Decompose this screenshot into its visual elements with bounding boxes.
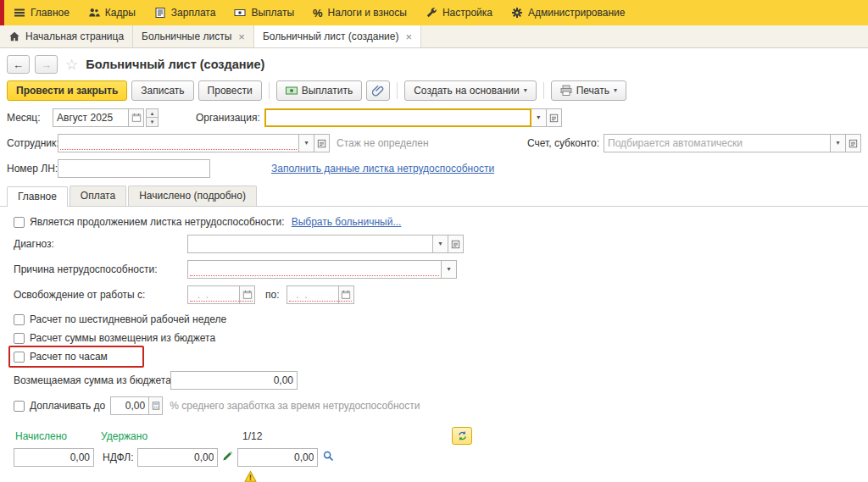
- continuation-label: Является продолжением листка нетрудоспос…: [30, 216, 285, 228]
- release-dates-row: Освобождение от работы с: по:: [7, 285, 861, 304]
- budget-refund-checkbox[interactable]: [14, 333, 25, 344]
- menu-item-label: Зарплата: [171, 7, 216, 19]
- account-open-button[interactable]: [846, 134, 861, 152]
- down-icon: ▾: [151, 119, 154, 125]
- pay-up-to-checkbox[interactable]: [14, 401, 25, 412]
- organization-dropdown-button[interactable]: ▾: [531, 108, 547, 127]
- favorite-star-icon[interactable]: ☆: [65, 56, 78, 74]
- close-icon[interactable]: ×: [238, 30, 245, 43]
- menu-item-label: Налоги и взносы: [328, 7, 407, 19]
- recalculate-button[interactable]: [452, 427, 472, 445]
- diagnosis-dropdown-button[interactable]: ▾: [433, 235, 448, 253]
- tab-sick-create[interactable]: Больничный лист (создание) ×: [254, 25, 421, 47]
- menu-item-payments[interactable]: Выплаты: [225, 0, 303, 25]
- diagnosis-input[interactable]: [187, 235, 433, 253]
- employee-open-button[interactable]: [314, 134, 330, 152]
- refund-amount-input[interactable]: [170, 371, 298, 390]
- ndfl-label: НДФЛ:: [103, 452, 133, 463]
- menu-item-settings[interactable]: Настройка: [416, 0, 502, 25]
- month-label: Месяц:: [7, 112, 53, 124]
- continuation-row: Является продолжением листка нетрудоспос…: [7, 216, 861, 228]
- form-tab-payment[interactable]: Оплата: [70, 186, 126, 206]
- six-day-week-row: Расчет по шестидневной рабочей неделе: [7, 313, 861, 325]
- account-label: Счет, субконто:: [527, 137, 599, 149]
- tab-home[interactable]: Начальная страница: [0, 25, 133, 47]
- incapacity-reason-dropdown-button[interactable]: ▾: [442, 260, 457, 279]
- accrued-input[interactable]: [14, 448, 94, 467]
- employee-dropdown-button[interactable]: ▾: [299, 134, 314, 152]
- back-button[interactable]: ←: [7, 55, 30, 74]
- form-tab-main[interactable]: Главное: [7, 186, 68, 207]
- month-step-up-button[interactable]: ▴: [146, 108, 159, 118]
- month-calendar-button[interactable]: [129, 108, 144, 127]
- tab-home-label: Начальная страница: [25, 30, 124, 42]
- calculator-icon: [152, 402, 160, 410]
- incapacity-reason-input[interactable]: [187, 260, 442, 279]
- pay-button[interactable]: Выплатить: [276, 80, 363, 101]
- dropdown-icon: ▾: [438, 241, 442, 247]
- close-icon[interactable]: ×: [405, 30, 412, 43]
- month-row: Месяц: ▴ ▾ Организация: ▾: [0, 108, 868, 127]
- wrench-icon: [426, 7, 437, 19]
- form-tab-accrued-detail[interactable]: Начислено (подробно): [128, 186, 257, 206]
- continuation-checkbox[interactable]: [14, 217, 25, 228]
- diagnosis-open-button[interactable]: [448, 235, 464, 253]
- paperclip-icon: [372, 85, 384, 97]
- magnifier-icon: [323, 451, 334, 462]
- open-icon: [549, 114, 559, 123]
- sick-number-row: Номер ЛН: Заполнить данные листка нетруд…: [0, 159, 868, 178]
- sick-number-input[interactable]: [58, 159, 210, 178]
- open-icon: [317, 139, 326, 148]
- diagnosis-row: Диагноз: ▾: [7, 235, 861, 253]
- organization-open-button[interactable]: [547, 108, 562, 127]
- fill-data-link[interactable]: Заполнить данные листка нетрудоспособнос…: [271, 163, 494, 175]
- release-to-input[interactable]: [287, 285, 339, 304]
- ledger-icon: [154, 7, 166, 19]
- menu-item-hr[interactable]: Кадры: [79, 0, 145, 25]
- menu-item-administration[interactable]: Администрирование: [502, 0, 634, 25]
- hours-calc-label: Расчет по часам: [30, 351, 108, 363]
- hours-calc-checkbox[interactable]: [14, 352, 25, 363]
- six-day-week-checkbox[interactable]: [14, 314, 25, 325]
- post-label: Провести: [208, 85, 253, 97]
- pencil-icon: [222, 451, 233, 462]
- create-on-basis-button[interactable]: Создать на основании ▾: [404, 80, 537, 101]
- dropdown-icon: ▾: [836, 140, 839, 147]
- totals-labels-row: Начислено Удержано 1/12: [7, 427, 861, 445]
- pay-up-to-input[interactable]: [110, 396, 149, 415]
- menu-item-taxes[interactable]: % Налоги и взносы: [303, 0, 416, 25]
- forward-button[interactable]: →: [35, 55, 58, 74]
- choose-sick-link[interactable]: Выбрать больничный...: [292, 216, 402, 228]
- account-input[interactable]: [604, 134, 831, 152]
- form-tab-label: Начислено (подробно): [139, 190, 246, 202]
- open-icon: [849, 139, 858, 148]
- account-dropdown-button[interactable]: ▾: [831, 134, 846, 152]
- month-input[interactable]: [53, 108, 129, 127]
- tab-sick-list[interactable]: Больничные листы ×: [133, 25, 254, 47]
- write-button[interactable]: Записать: [131, 80, 193, 101]
- menu-item-label: Настройка: [442, 7, 492, 19]
- print-button[interactable]: Печать ▾: [551, 80, 626, 101]
- menu-item-salary[interactable]: Зарплата: [145, 0, 225, 25]
- post-button[interactable]: Провести: [198, 80, 262, 101]
- ndfl-input[interactable]: [137, 448, 218, 467]
- edit-ndfl-button[interactable]: [222, 451, 233, 464]
- warning-icon: [244, 470, 257, 482]
- refund-amount-row: Возмещаемая сумма из бюджета:: [7, 371, 861, 390]
- one-twelfth-detail-button[interactable]: [323, 451, 334, 464]
- attachments-button[interactable]: [366, 80, 390, 101]
- release-from-input[interactable]: [187, 285, 240, 304]
- menu-item-main[interactable]: Главное: [4, 0, 79, 25]
- release-from-calendar-button[interactable]: [240, 285, 255, 304]
- percent-icon: %: [313, 7, 323, 19]
- employee-input[interactable]: [58, 134, 299, 152]
- calendar-icon: [131, 113, 142, 123]
- pay-up-to-calc-button[interactable]: [149, 396, 163, 415]
- month-step-down-button[interactable]: ▾: [146, 118, 159, 127]
- organization-input[interactable]: [264, 108, 531, 127]
- one-twelfth-input[interactable]: [237, 448, 318, 467]
- release-to-calendar-button[interactable]: [339, 285, 354, 304]
- post-and-close-button[interactable]: Провести и закрыть: [7, 80, 127, 101]
- printer-icon: [560, 85, 572, 97]
- create-on-basis-label: Создать на основании: [414, 85, 520, 97]
